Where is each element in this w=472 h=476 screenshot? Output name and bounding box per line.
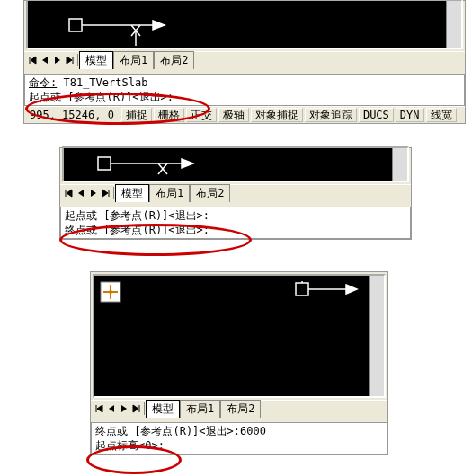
nav-first-icon[interactable] (26, 54, 39, 66)
nav-last-icon[interactable] (64, 54, 76, 66)
nav-prev-icon[interactable] (105, 402, 118, 415)
ortho-button[interactable]: 正交 (186, 108, 217, 122)
prompt-line-end: 终点或 [参考点(R)]<退出>: (65, 223, 406, 237)
nav-prev-icon[interactable] (39, 54, 51, 66)
prompt-line-start: 起点或 [参考点(R)]<退出>: (65, 208, 406, 223)
command-block-3[interactable]: 终点或 [参考点(R)]<退出>:6000 起点标高<0>: (91, 422, 387, 454)
prompt-line: 起点或 [参考点(R)]<退出>: (29, 90, 460, 104)
tab-model[interactable]: 模型 (115, 184, 149, 202)
svg-rect-6 (98, 157, 111, 170)
svg-rect-0 (69, 19, 82, 31)
tab-layout1[interactable]: 布局1 (113, 51, 154, 69)
command-block-1[interactable]: 命令: T81_TVertSlab 起点或 [参考点(R)]<退出>: (24, 74, 465, 106)
drawing-area-2[interactable] (62, 146, 409, 182)
tab-layout2[interactable]: 布局2 (154, 51, 194, 69)
command-value: T81_TVertSlab (57, 76, 147, 89)
drawing-area-1[interactable] (26, 0, 463, 49)
nav-prev-icon[interactable] (75, 187, 87, 199)
prompt-line-elev: 起点标高<0>: (95, 438, 383, 453)
polar-button[interactable]: 极轴 (218, 108, 249, 122)
lwt-button[interactable]: 线宽 (426, 108, 457, 122)
drawing-area-3[interactable] (93, 274, 386, 398)
command-label: 命令: (29, 76, 57, 89)
nav-next-icon[interactable] (87, 187, 100, 199)
nav-first-icon[interactable] (62, 187, 75, 199)
tab-model[interactable]: 模型 (146, 400, 180, 418)
svg-marker-2 (153, 21, 165, 30)
command-block-2[interactable]: 起点或 [参考点(R)]<退出>: 终点或 [参考点(R)]<退出>: (60, 207, 411, 239)
tab-layout2[interactable]: 布局2 (220, 400, 261, 418)
nav-next-icon[interactable] (51, 54, 64, 66)
dyn-button[interactable]: DYN (396, 108, 424, 122)
prompt-line-end: 终点或 [参考点(R)]<退出>:6000 (95, 424, 383, 438)
snap-button[interactable]: 捕捉 (121, 108, 152, 122)
osnap-button[interactable]: 对象捕捉 (251, 108, 303, 122)
tab-bar-3: 模型 布局1 布局2 (91, 400, 387, 417)
grid-button[interactable]: 栅格 (154, 108, 184, 122)
nav-last-icon[interactable] (130, 402, 143, 415)
nav-first-icon[interactable] (93, 402, 105, 415)
tab-model[interactable]: 模型 (79, 51, 113, 69)
tab-layout1[interactable]: 布局1 (180, 400, 220, 418)
nav-next-icon[interactable] (118, 402, 130, 415)
tab-layout1[interactable]: 布局1 (149, 184, 190, 202)
nav-last-icon[interactable] (100, 187, 112, 199)
tab-bar-1: 模型 布局1 布局2 (24, 51, 465, 68)
coord-readout: 995, 15246, 0 (24, 107, 120, 123)
svg-rect-15 (296, 283, 308, 295)
svg-point-14 (109, 290, 112, 294)
ducs-button[interactable]: DUCS (359, 108, 394, 122)
svg-marker-17 (346, 285, 357, 294)
tab-bar-2: 模型 布局1 布局2 (60, 184, 411, 201)
svg-marker-8 (182, 159, 193, 168)
status-bar: 995, 15246, 0 捕捉 栅格 正交 极轴 对象捕捉 对象追踪 DUCS… (24, 106, 465, 123)
otrack-button[interactable]: 对象追踪 (305, 108, 357, 122)
tab-layout2[interactable]: 布局2 (190, 184, 230, 202)
